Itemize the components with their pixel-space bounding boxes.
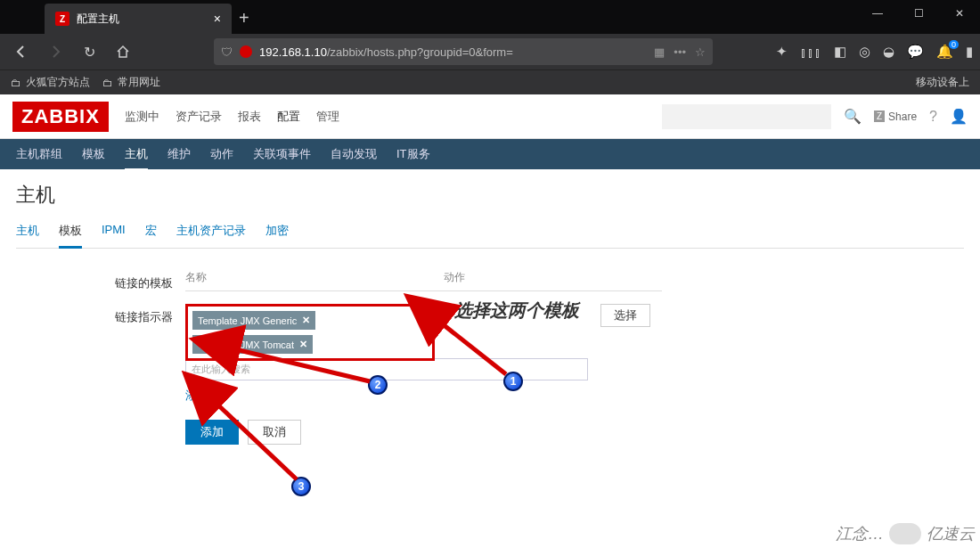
bookmarks-bar: 🗀火狐官方站点 🗀常用网址 移动设备上 (0, 70, 980, 94)
nav-administration[interactable]: 管理 (316, 109, 339, 125)
reader-icon[interactable]: ▦ (654, 45, 665, 59)
subnav-discovery[interactable]: 自动发现 (331, 146, 377, 162)
tab-ipmi[interactable]: IPMI (102, 223, 126, 248)
page-title: 主机 (16, 182, 964, 209)
nav-monitoring[interactable]: 监测中 (125, 109, 159, 125)
share-link[interactable]: ZShare (874, 110, 917, 123)
annotation-marker-1: 1 (503, 372, 523, 391)
bookmark-icon[interactable]: ☆ (695, 45, 706, 59)
bookmark-item[interactable]: 🗀常用网址 (102, 75, 160, 90)
browser-titlebar: Z 配置主机 × + — ☐ ✕ (0, 0, 980, 34)
user-icon[interactable]: 👤 (950, 108, 968, 125)
template-form: 链接的模板 名称 动作 链接指示器 Template JMX Generic✕ … (16, 270, 964, 445)
zabbix-logo[interactable]: ZABBIX (12, 102, 109, 132)
subnav-itservices[interactable]: IT服务 (396, 146, 430, 162)
subnav-correlation[interactable]: 关联项事件 (253, 146, 311, 162)
extension-icon[interactable]: ✦ (776, 44, 788, 60)
subnav-actions[interactable]: 动作 (210, 146, 233, 162)
watermark: 江念… 亿速云 (836, 523, 975, 544)
tab-templates[interactable]: 模板 (59, 223, 82, 249)
zabbix-favicon: Z (55, 12, 69, 26)
home-button[interactable] (109, 37, 137, 66)
subnav-hosts[interactable]: 主机 (125, 146, 148, 171)
cloud-icon (889, 523, 921, 544)
help-icon[interactable]: ? (929, 109, 937, 125)
linked-templates-label: 链接的模板 (16, 270, 185, 291)
submit-button[interactable]: 添加 (185, 420, 239, 445)
library-icon[interactable]: ⫿⫿⫿ (800, 45, 821, 60)
search-icon[interactable]: 🔍 (844, 108, 862, 125)
search-here-input[interactable]: 在此输入搜索 (185, 358, 588, 380)
linked-header: 名称 动作 (185, 270, 662, 291)
annotation-marker-2: 2 (368, 375, 388, 395)
tab-inventory[interactable]: 主机资产记录 (176, 223, 246, 248)
form-tabs: 主机 模板 IPMI 宏 主机资产记录 加密 (16, 223, 964, 249)
cancel-button[interactable]: 取消 (248, 420, 301, 445)
tab-title: 配置主机 (77, 12, 119, 27)
remove-tag-icon[interactable]: ✕ (299, 339, 307, 350)
bookmark-item[interactable]: 🗀火狐官方站点 (11, 75, 90, 90)
new-tab-button[interactable]: + (239, 8, 249, 29)
top-nav: 监测中 资产记录 报表 配置 管理 (125, 109, 339, 125)
close-tab-icon[interactable]: × (214, 12, 221, 26)
browser-tab[interactable]: Z 配置主机 × (45, 4, 232, 34)
browser-toolbar: ↻ 🛡 192.168.1.10/zabbix/hosts.php?groupi… (0, 34, 980, 70)
col-action: 动作 (444, 270, 465, 285)
site-favicon (240, 45, 252, 58)
nav-configuration[interactable]: 配置 (277, 109, 300, 125)
nav-inventory[interactable]: 资产记录 (176, 109, 222, 125)
url-bar[interactable]: 🛡 192.168.1.10/zabbix/hosts.php?groupid=… (214, 38, 713, 65)
mobile-hint[interactable]: 移动设备上 (916, 75, 969, 90)
subnav-hostgroups[interactable]: 主机群组 (16, 146, 62, 162)
folder-icon: 🗀 (11, 77, 21, 89)
account-icon[interactable]: ◎ (859, 44, 870, 60)
add-link[interactable]: 添加 (185, 388, 208, 404)
template-tag[interactable]: Template JMX Generic✕ (192, 311, 315, 330)
window-minimize[interactable]: — (857, 0, 898, 27)
remove-tag-icon[interactable]: ✕ (302, 315, 310, 326)
app-menu-icon[interactable]: ▮ (966, 44, 973, 60)
tab-host[interactable]: 主机 (16, 223, 39, 248)
shield-icon: 🛡 (221, 45, 233, 59)
protections-icon[interactable]: ◒ (883, 44, 894, 60)
forward-button (41, 37, 69, 66)
window-maximize[interactable]: ☐ (898, 0, 939, 27)
watermark-author: 江念… (836, 523, 884, 544)
back-button[interactable] (7, 37, 36, 66)
search-input[interactable] (662, 104, 831, 129)
link-indicator-label: 链接指示器 (16, 304, 185, 404)
tab-encryption[interactable]: 加密 (265, 223, 289, 248)
watermark-brand: 亿速云 (927, 523, 975, 544)
more-icon[interactable]: ••• (674, 45, 686, 59)
chat-icon[interactable]: 💬 (907, 44, 924, 60)
sub-nav: 主机群组 模板 主机 维护 动作 关联项事件 自动发现 IT服务 (0, 139, 980, 169)
subnav-templates[interactable]: 模板 (82, 146, 105, 162)
annotation-hint: 选择这两个模板 (454, 299, 579, 323)
notification-icon[interactable]: 🔔0 (936, 44, 953, 60)
col-name: 名称 (185, 270, 444, 285)
annotation-marker-3: 3 (291, 477, 311, 496)
nav-reports[interactable]: 报表 (238, 109, 261, 125)
reload-button[interactable]: ↻ (75, 37, 103, 66)
template-tag[interactable]: Template JMX Tomcat✕ (192, 335, 313, 354)
folder-icon: 🗀 (102, 77, 113, 89)
window-close[interactable]: ✕ (939, 0, 980, 27)
url-text: 192.168.1.10/zabbix/hosts.php?groupid=0&… (259, 45, 647, 59)
template-selector[interactable]: Template JMX Generic✕ Template JMX Tomca… (185, 304, 435, 361)
select-button[interactable]: 选择 (600, 304, 650, 327)
tab-macros[interactable]: 宏 (145, 223, 157, 248)
subnav-maintenance[interactable]: 维护 (167, 146, 191, 162)
sidebar-icon[interactable]: ◧ (834, 44, 846, 60)
zabbix-header: ZABBIX 监测中 资产记录 报表 配置 管理 🔍 ZShare ? 👤 (0, 94, 980, 139)
